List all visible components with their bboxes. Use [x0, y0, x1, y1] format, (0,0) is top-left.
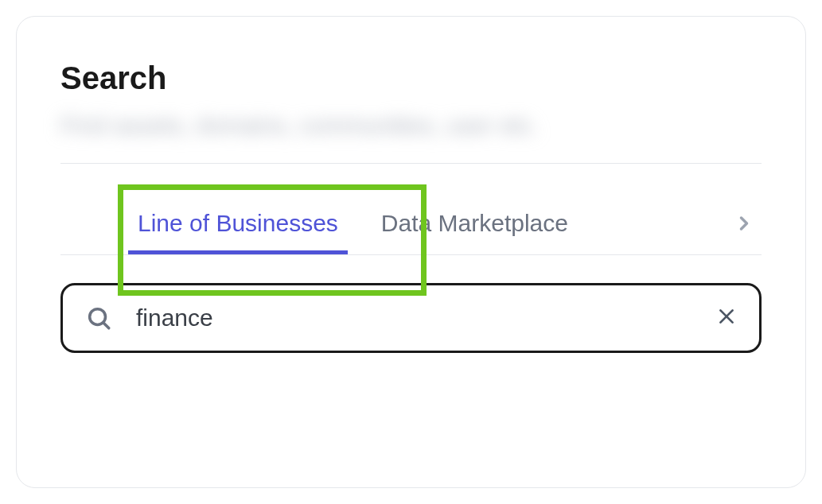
- close-icon: [716, 306, 737, 330]
- tabs-scroll-right-button[interactable]: [727, 212, 762, 238]
- search-field[interactable]: [60, 283, 762, 353]
- search-icon: [85, 304, 112, 331]
- tabs-row: Line of Businesses Data Marketplace: [60, 196, 762, 255]
- tab-line-of-businesses[interactable]: Line of Businesses: [128, 196, 348, 254]
- tab-data-marketplace[interactable]: Data Marketplace: [372, 196, 578, 254]
- clear-search-button[interactable]: [716, 306, 737, 330]
- search-panel: Search Find assets, domains, communities…: [16, 16, 806, 488]
- chevron-right-icon: [733, 212, 755, 238]
- page-subtitle: Find assets, domains, communities, user …: [60, 112, 762, 139]
- divider: [60, 163, 762, 164]
- search-field-container: [60, 283, 762, 353]
- search-input[interactable]: [136, 304, 692, 331]
- tabs-container: Line of Businesses Data Marketplace: [60, 196, 727, 254]
- page-title: Search: [60, 60, 762, 96]
- svg-line-1: [103, 323, 109, 328]
